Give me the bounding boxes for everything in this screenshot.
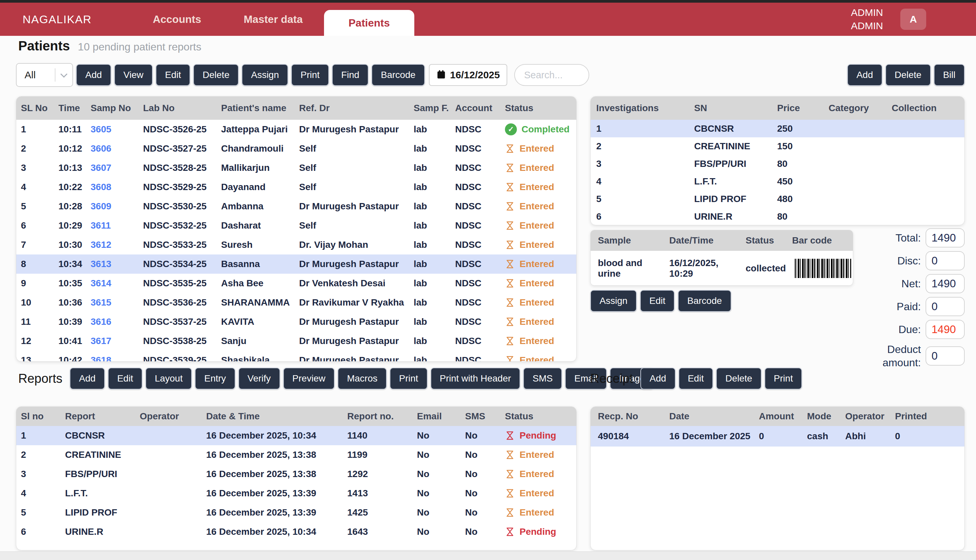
samp-no-link[interactable]: 3612 [90,240,143,250]
samp-no-link[interactable]: 3609 [90,201,143,212]
samp-no-link[interactable]: 3607 [90,163,143,173]
samp-f: lab [414,336,455,347]
search-input[interactable] [514,64,589,86]
toolbar-button[interactable]: Add [847,64,882,86]
billing-value-input[interactable]: 1490 [926,228,965,247]
report-action-button[interactable]: Print [390,368,428,390]
receipt-action-button[interactable]: Print [765,368,802,390]
table-row[interactable]: 6 10:29 3611 NDSC-3532-25 Dasharat Self … [16,216,576,235]
report-action-button[interactable]: Add [70,368,105,390]
table-row[interactable]: 2 CREATININE 16 December 2025, 13:38 119… [16,445,576,465]
filter-select[interactable]: All [16,63,73,87]
user-menu[interactable]: ADMIN ADMIN A [851,3,926,36]
samp-no-link[interactable]: 3615 [90,297,143,308]
lab-no: NDSC-3537-25 [143,317,221,327]
table-row[interactable]: 4 10:22 3608 NDSC-3529-25 Dayanand Self … [16,177,576,197]
toolbar-button[interactable]: Edit [156,64,190,86]
table-row[interactable]: 2 10:12 3606 NDSC-3527-25 Chandramouli S… [16,139,576,158]
nav-tab[interactable]: Patients [324,10,414,36]
report-sms: No [465,507,505,518]
report-action-button[interactable]: Entry [195,368,235,390]
table-row[interactable]: 490184 16 December 2025 0 cash Abhi 0 [591,426,964,447]
samp-f: lab [414,143,455,154]
samp-no-link[interactable]: 3611 [90,220,143,231]
report-name: CREATININE [65,450,140,460]
table-row[interactable]: 6 URINE.R 16 December 2025, 10:34 1643 N… [16,522,576,542]
table-row[interactable]: 10 10:36 3615 NDSC-3536-25 SHARANAMMA Dr… [16,293,576,312]
samp-no-link[interactable]: 3614 [90,278,143,288]
date-picker[interactable]: 16/12/2025 [429,64,507,86]
table-row[interactable]: 3 10:13 3607 NDSC-3528-25 Mallikarjun Se… [16,158,576,177]
table-row[interactable]: blood and urine 16/12/2025, 10:29 collec… [591,251,853,286]
table-row[interactable]: 9 10:35 3614 NDSC-3535-25 Asha Bee Dr Ve… [16,274,576,293]
samp-f: lab [414,240,455,250]
table-row[interactable]: 3 FBS/PP/URI 16 December 2025, 13:38 129… [16,465,576,484]
sample-name: blood and urine [598,258,669,279]
table-row[interactable]: 5 LIPID PROF 16 December 2025, 13:39 142… [16,503,576,522]
nav-tab[interactable]: Accounts [132,3,222,36]
sample-action-button[interactable]: Barcode [678,290,731,312]
report-action-button[interactable]: Macros [338,368,387,390]
samp-no-link[interactable]: 3606 [90,143,143,154]
table-row[interactable]: 5 10:28 3609 NDSC-3530-25 Ambanna Dr Mur… [16,197,576,216]
table-row[interactable]: 3 FBS/PP/URI 80 [591,155,964,173]
billing-value-input[interactable]: 1490 [926,320,965,339]
sample-action-button[interactable]: Edit [640,290,675,312]
report-action-button[interactable]: Verify [238,368,280,390]
toolbar-button[interactable]: Barcode [371,64,424,86]
toolbar-button[interactable]: Find [332,64,368,86]
table-row[interactable]: 6 URINE.R 80 [591,208,964,225]
table-row[interactable]: 4 L.F.T. 16 December 2025, 13:39 1413 No… [16,484,576,503]
toolbar-button[interactable]: Print [291,64,329,86]
toolbar-button[interactable]: Assign [242,64,288,86]
samp-no-link[interactable]: 3618 [90,355,143,362]
report-action-button[interactable]: Print with Header [431,368,521,390]
billing-value-input[interactable]: 0 [926,251,965,270]
billing-field: Net: 1490 [849,274,965,293]
receipt-action-button[interactable]: Add [640,368,675,390]
billing-value-input[interactable]: 1490 [926,274,965,293]
toolbar-button[interactable]: Delete [193,64,239,86]
report-email: No [417,469,465,479]
sl-no: 6 [21,220,58,231]
table-row[interactable]: 13 10:42 3618 NDSC-3539-25 Shashikala Dr… [16,351,576,362]
table-row[interactable]: 2 CREATININE 150 [591,137,964,155]
table-row[interactable]: 12 10:41 3617 NDSC-3538-25 Sanju Dr Muru… [16,332,576,351]
billing-value-input[interactable]: 0 [926,347,965,366]
billing-value-input[interactable]: 0 [926,297,965,316]
toolbar-button[interactable]: Bill [934,64,965,86]
table-row[interactable]: 1 CBCNSR 250 [591,120,964,137]
toolbar-button[interactable]: View [114,64,153,86]
samp-no-link[interactable]: 3616 [90,317,143,327]
receipt-action-button[interactable]: Edit [679,368,713,390]
avatar[interactable]: A [900,8,926,30]
samp-no-link[interactable]: 3613 [90,259,143,269]
column-header: Report no. [347,411,417,422]
table-row[interactable]: 5 LIPID PROF 480 [591,190,964,208]
table-row[interactable]: 7 10:30 3612 NDSC-3533-25 Suresh Dr. Vij… [16,235,576,255]
report-action-button[interactable]: Edit [108,368,142,390]
report-action-button[interactable]: Layout [145,368,192,390]
table-row[interactable]: 4 L.F.T. 450 [591,173,964,190]
table-row[interactable]: 1 CBCNSR 16 December 2025, 10:34 1140 No… [16,426,576,445]
receipt-action-button[interactable]: Delete [716,368,762,390]
ref-dr: Dr Murugesh Pastapur [299,317,414,327]
status-cell: Entered [505,488,576,498]
samp-no-link[interactable]: 3617 [90,336,143,347]
samp-no-link[interactable]: 3605 [90,124,143,135]
sample-action-button[interactable]: Assign [590,290,637,312]
toolbar-button[interactable]: Add [76,64,111,86]
table-row[interactable]: 1 10:11 3605 NDSC-3526-25 Jatteppa Pujar… [16,120,576,139]
table-row[interactable]: 11 10:39 3616 NDSC-3537-25 KAVITA Dr Mur… [16,312,576,332]
nav-tab[interactable]: Master data [222,3,324,36]
samp-no-link[interactable]: 3608 [90,182,143,192]
toolbar-button[interactable]: Delete [886,64,931,86]
ref-dr: Dr Murugesh Pastapur [299,259,414,269]
status-cell: Entered [505,240,576,250]
report-action-button[interactable]: SMS [523,368,562,390]
sl-no: 3 [21,469,65,479]
table-row[interactable]: 8 10:34 3613 NDSC-3534-25 Basanna Dr Mur… [16,255,576,274]
status-label: Entered [520,143,554,154]
report-action-button[interactable]: Preview [283,368,335,390]
pending-reports-count: 10 pending patient reports [78,41,202,53]
